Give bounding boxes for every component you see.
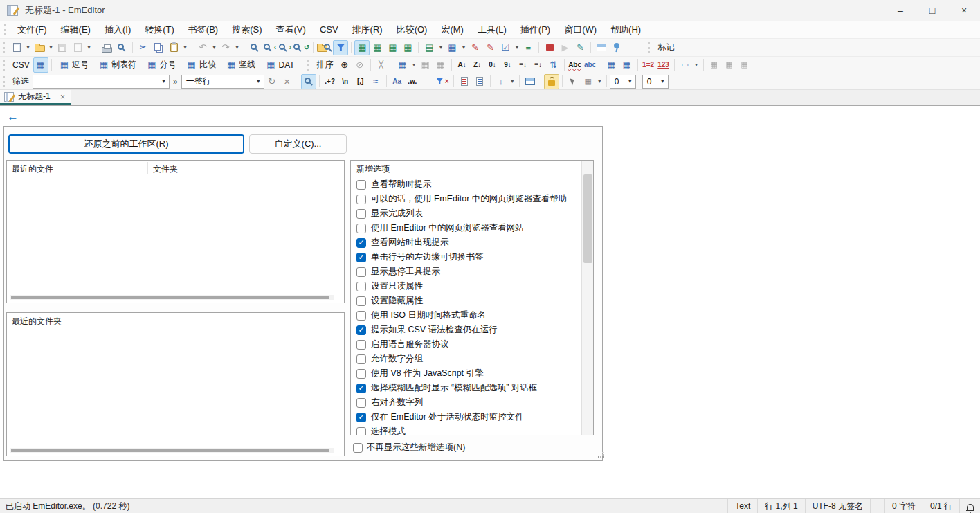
outline-dropdown[interactable]: ▾: [437, 44, 444, 51]
save-button[interactable]: [55, 40, 70, 55]
option-checkbox[interactable]: [356, 224, 366, 233]
customize-button[interactable]: 自定义(C)...: [249, 134, 347, 154]
option-checkbox[interactable]: [356, 253, 366, 262]
regex-button[interactable]: .+?: [323, 74, 338, 89]
option-checkbox[interactable]: [356, 282, 366, 291]
menu-item[interactable]: 排序(R): [345, 21, 390, 39]
filter-toolbar-toggle-button[interactable]: [333, 40, 348, 55]
replace-button[interactable]: ↺: [293, 40, 310, 55]
option-checkbox[interactable]: [356, 340, 366, 350]
column-options-button[interactable]: ▦: [581, 74, 596, 89]
option-row[interactable]: 查看帮助时提示: [351, 177, 581, 192]
column-folder[interactable]: 文件夹: [148, 161, 178, 176]
redo-button[interactable]: ↷: [218, 40, 233, 55]
print-button[interactable]: [99, 40, 114, 55]
levels-above-combobox[interactable]: 0▾: [610, 75, 636, 89]
column-options-dropdown[interactable]: ▾: [596, 78, 604, 84]
option-row[interactable]: 可以的话，使用 EmEditor 中的网页浏览器查看帮助: [351, 192, 581, 206]
edit-macro-button[interactable]: ✎: [572, 40, 588, 55]
select-cursor-button[interactable]: [565, 74, 581, 89]
macro-options-dropdown[interactable]: ▾: [513, 44, 520, 51]
heading-row-button[interactable]: ▭: [678, 57, 693, 73]
extract-button[interactable]: ↓: [493, 74, 509, 89]
unpivot-button[interactable]: ▦: [722, 57, 737, 73]
status-cell[interactable]: [870, 499, 884, 513]
option-row[interactable]: 选择模式: [351, 424, 581, 435]
column-recent-folders[interactable]: 最近的文件夹: [7, 313, 62, 328]
filter-apply-button[interactable]: [301, 74, 316, 89]
csv-separator-mode-button[interactable]: ▦比较: [182, 57, 221, 73]
option-checkbox[interactable]: [356, 354, 366, 364]
heading-row-dropdown[interactable]: ▾: [693, 62, 700, 68]
find-button[interactable]: [247, 40, 262, 55]
macro-options-button[interactable]: ☑: [498, 40, 513, 55]
option-checkbox[interactable]: [356, 398, 366, 408]
horizontal-scrollbar[interactable]: [10, 295, 334, 300]
scrollbar-thumb[interactable]: [11, 296, 329, 299]
filter-refresh-button[interactable]: ↻: [264, 74, 280, 89]
find-next-button[interactable]: ›: [278, 40, 293, 55]
notification-cell[interactable]: [959, 499, 980, 513]
extract-dropdown[interactable]: ▾: [509, 78, 516, 84]
restore-workspace-button[interactable]: 还原之前的工作区(R): [8, 134, 244, 154]
sort-ascending-number-button[interactable]: 0↓: [485, 57, 500, 73]
sort-za-button[interactable]: Z↓: [470, 57, 485, 73]
wrap-mode-page-button[interactable]: ▦: [400, 40, 415, 55]
status-cell[interactable]: 0/1 行: [923, 499, 959, 513]
remove-filter-button[interactable]: ×: [435, 74, 451, 89]
csv-separator-mode-button[interactable]: ▦制表符: [94, 57, 142, 73]
option-checkbox[interactable]: [356, 195, 366, 204]
option-row[interactable]: 使用 EmEditor 中的网页浏览器查看网站: [351, 221, 581, 235]
undo-button[interactable]: ↶: [195, 40, 210, 55]
option-row[interactable]: 设置只读属性: [351, 279, 581, 294]
status-cell[interactable]: 行 1,列 1: [757, 499, 804, 513]
panel-resize-grip[interactable]: [598, 456, 599, 458]
transpose-button[interactable]: ▦: [737, 57, 752, 73]
find-previous-button[interactable]: ‹: [262, 40, 278, 55]
option-row[interactable]: 允许数字分组: [351, 352, 581, 366]
filter-combobox[interactable]: ▾: [33, 75, 170, 89]
sort-shortest-button[interactable]: ≡↓: [516, 57, 531, 73]
pivot-table-button[interactable]: ▦: [619, 57, 635, 73]
recent-files-list[interactable]: 最近的文件 文件夹: [6, 160, 345, 303]
select-column-dropdown[interactable]: ▾: [410, 62, 418, 68]
levels-below-caret[interactable]: ▾: [659, 78, 666, 84]
outline-button[interactable]: ▤: [421, 40, 437, 55]
option-row[interactable]: 提示如果 CSV 语法检查仍在运行: [351, 323, 581, 337]
levels-below-combobox[interactable]: 0▾: [642, 75, 669, 89]
menubar-grip[interactable]: [4, 24, 8, 35]
insert-column-left-button[interactable]: ▦: [418, 57, 433, 73]
option-row[interactable]: 右对齐数字列: [351, 395, 581, 410]
spell-check-button[interactable]: Abc: [568, 57, 583, 73]
menu-item[interactable]: 查看(V): [269, 21, 313, 39]
save-all-button[interactable]: [70, 40, 85, 55]
marks-toolbar-grip[interactable]: [648, 42, 651, 53]
recent-folders-list[interactable]: 最近的文件夹: [6, 312, 345, 456]
csv-toolbar-grip[interactable]: [3, 60, 6, 71]
open-file-button[interactable]: [32, 40, 47, 55]
menu-item[interactable]: 编辑(E): [54, 21, 98, 39]
play-macro-button[interactable]: ✎: [482, 40, 498, 55]
sort-reverse-button[interactable]: ⇅: [546, 57, 561, 73]
menu-item[interactable]: 搜索(S): [225, 21, 269, 39]
option-row[interactable]: 显示悬停工具提示: [351, 264, 581, 279]
run-button[interactable]: ▶: [557, 40, 572, 55]
column-recent-files[interactable]: 最近的文件: [7, 161, 147, 176]
menu-item[interactable]: 宏(M): [434, 21, 471, 39]
status-cell[interactable]: Text: [727, 499, 757, 513]
pin-button[interactable]: [609, 40, 624, 55]
menu-item[interactable]: CSV: [313, 21, 345, 37]
toolbar-grip[interactable]: [3, 42, 6, 53]
filter-overflow-chevron[interactable]: »: [170, 77, 181, 87]
number-range-button[interactable]: [,]: [353, 74, 368, 89]
select-column-button[interactable]: ▦: [395, 57, 410, 73]
dont-show-row[interactable]: 不再显示这些新增选项(N): [353, 442, 465, 453]
horizontal-scrollbar[interactable]: [10, 448, 334, 453]
undo-dropdown[interactable]: ▾: [210, 44, 218, 51]
option-row[interactable]: 显示完成列表: [351, 206, 581, 221]
sort-az-button[interactable]: A↓: [455, 57, 470, 73]
merge-cells-button[interactable]: ▦: [604, 57, 619, 73]
menu-item[interactable]: 帮助(H): [604, 21, 648, 39]
option-row[interactable]: 设置隐藏属性: [351, 294, 581, 308]
redo-dropdown[interactable]: ▾: [233, 44, 241, 51]
